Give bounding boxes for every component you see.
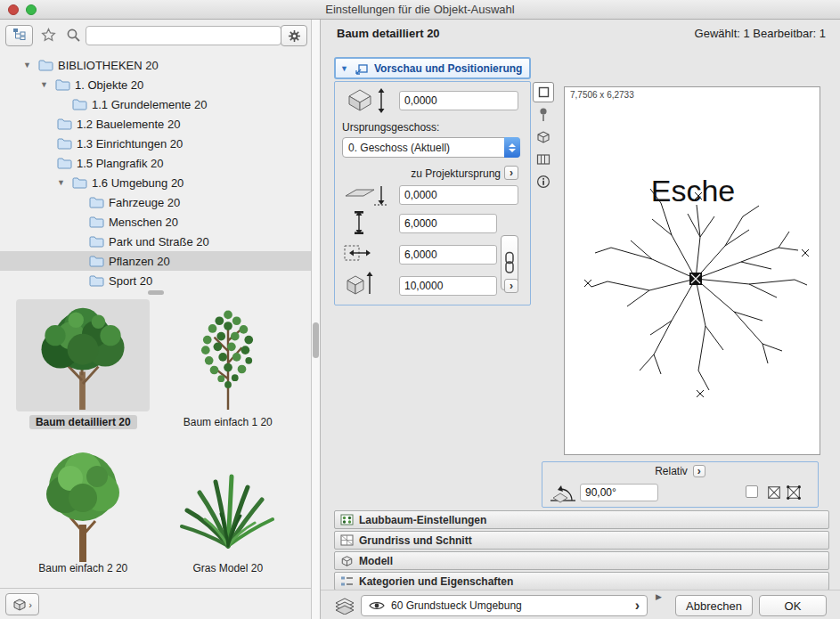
model-cube-icon [340,555,354,567]
info-icon [536,175,550,189]
settings-panel: Baum detailliert 20 Gewählt: 1 Bearbeitb… [321,20,840,619]
elevation-input[interactable] [399,91,518,110]
info-view-button[interactable] [533,171,554,191]
elevation-icon [342,87,388,118]
library-part-icon [12,598,27,611]
simple-tree-1-image [166,299,290,411]
dimension-b-icon [342,241,372,268]
thumbnail-gras-model[interactable]: Gras Model 20 [156,445,301,575]
origin-offset-input[interactable] [399,185,518,205]
cancel-button[interactable]: Abbrechen [675,595,753,616]
story-label: Ursprungsgeschoss: [342,121,439,134]
tree-item[interactable]: 1.3 Einrichtungen 20 [0,134,311,153]
panel-scrollbar[interactable] [311,20,321,619]
library-toolbar [0,20,311,52]
plan-view-icon [538,86,550,98]
thumbnail-baum-einfach-2[interactable]: Baum einfach 2 20 [11,445,156,575]
height-options-button[interactable] [504,279,518,293]
section-header-kategorien[interactable]: Kategorien und Eigenschaften [334,572,829,590]
to-project-origin-button[interactable] [504,166,518,180]
relative-label: Relativ [655,465,688,477]
search-input[interactable] [86,26,281,45]
selection-status: Gewählt: 1 Bearbeitbar: 1 [695,27,826,40]
pin-view-button[interactable] [533,104,554,125]
window-title: Einstellungen für die Objekt-Auswahl [0,3,840,16]
section-header-modell[interactable]: Modell [334,551,829,570]
thumbnail-label: Baum einfach 1 20 [177,415,279,429]
origin-offset-icon [342,183,388,210]
relative-options-button[interactable] [693,465,705,477]
thumbnail-baum-einfach-1[interactable]: Baum einfach 1 20 [156,299,301,429]
hotspot-corners-toggle-button[interactable] [785,484,802,501]
eye-icon [369,600,385,611]
tree-item[interactable]: 1.1 Grundelemente 20 [0,94,311,114]
section-title: Laubbaum-Einstellungen [359,514,486,526]
plan-view-button[interactable] [533,82,554,102]
tree-item[interactable]: BIBLIOTHEKEN 20 [0,55,311,75]
ok-button[interactable]: OK [759,595,827,616]
folder-icon [72,176,87,189]
chevron-right-icon: › [29,599,32,610]
folder-icon [89,216,104,228]
tree-item[interactable]: Fahrzeuge 20 [0,192,311,212]
folder-icon [57,118,72,130]
size-a-input[interactable] [399,214,497,233]
disclosure-triangle-icon[interactable] [23,61,38,69]
tree-item[interactable]: 1.6 Umgebung 20 [0,173,311,192]
folder-icon [57,137,72,150]
height-input[interactable] [399,276,497,296]
tree-item[interactable]: 1.5 Plangrafik 20 [0,153,311,173]
selected-object-name: Baum detailliert 20 [337,27,440,40]
tree-item-label: Menschen 20 [109,216,178,229]
hotspot-toggle-button[interactable] [765,484,782,501]
stepper-icon[interactable] [504,137,520,158]
tree-item[interactable]: 1.2 Bauelemente 20 [0,114,311,134]
layer-dropdown[interactable]: 60 Grundstueck Umgebung › [361,595,648,616]
tree-item-label: 1.5 Plangrafik 20 [77,157,164,170]
section-title: Modell [359,555,393,567]
disclosure-triangle-icon[interactable] [40,80,55,89]
section-title: Kategorien und Eigenschaften [359,575,513,588]
section-header-grundriss[interactable]: Grundriss und Schnitt [334,531,829,550]
section-header-laubbaum[interactable]: Laubbaum-Einstellungen [334,510,829,529]
disclosure-triangle-icon[interactable] [57,178,72,187]
panel-splitter[interactable] [0,288,311,297]
library-view-button[interactable] [5,25,33,46]
dimension-a-icon [346,210,372,239]
section-header-vorschau[interactable]: Vorschau und Positionierung [334,57,531,79]
tree-item[interactable]: Park und Straße 20 [0,232,311,251]
model-view-button[interactable] [533,126,554,147]
tree-item[interactable]: Menschen 20 [0,212,311,232]
search-icon[interactable] [66,28,81,46]
thumbnail-label: Gras Model 20 [186,561,269,575]
story-select[interactable]: 0. Geschoss (Aktuell) [342,137,520,158]
favorites-star-icon[interactable] [41,28,56,46]
thumbnail-image [161,445,295,558]
section-view-button[interactable] [533,149,554,169]
folder-icon [38,59,53,71]
hierarchy-icon [12,28,27,44]
mirror-checkbox[interactable] [746,485,758,498]
crossed-box-dots-icon [787,485,801,500]
tree-item[interactable]: 1. Objekte 20 [0,75,311,94]
tree-item-selected[interactable]: Pflanzen 20 [0,251,311,271]
rotation-angle-input[interactable] [580,484,658,501]
object-settings-dialog: Einstellungen für die Objekt-Auswahl BIB… [0,0,840,619]
object-thumbnail-grid: Baum detailliert 20 Baum einfach 1 20 [0,299,311,575]
library-options-button[interactable]: › [5,593,39,615]
cube-icon [536,130,550,144]
dialog-footer: 60 Grundstueck Umgebung › Abbrechen OK [321,590,840,619]
library-tree: BIBLIOTHEKEN 20 1. Objekte 20 1.1 Grunde… [0,55,311,290]
size-b-input[interactable] [399,245,497,265]
thumbnail-label: Baum einfach 2 20 [32,561,134,575]
thumbnail-baum-detailliert[interactable]: Baum detailliert 20 [11,299,156,429]
grass-image [166,439,290,564]
preview-canvas[interactable]: 7,7506 x 6,2733 Esche [564,86,820,455]
tree-item-label: 1.6 Umgebung 20 [92,176,183,190]
thumbnail-image [16,445,150,558]
rotation-angle-icon [548,482,578,509]
scrollbar-thumb[interactable] [313,322,319,358]
leaf-settings-icon [340,514,354,525]
section-title: Vorschau und Positionierung [374,62,522,75]
settings-menu-button[interactable] [281,25,307,46]
